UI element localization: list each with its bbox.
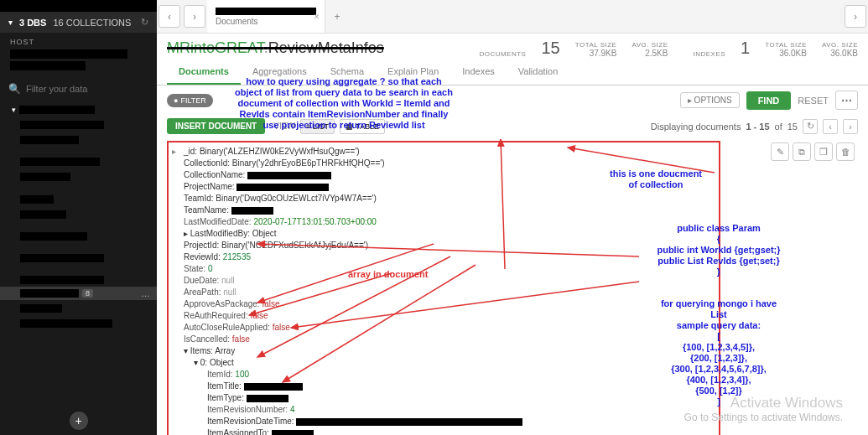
- nav-back-button[interactable]: ‹: [159, 5, 180, 28]
- nav-fwd-button[interactable]: ›: [184, 5, 205, 28]
- copy-icon[interactable]: ⧉: [793, 142, 811, 161]
- collection-item-selected[interactable]: 8: [0, 287, 157, 300]
- main: ‹ › Documents × + › MRintoGREAT.ReviewMe…: [157, 0, 868, 435]
- view-list-button[interactable]: ≡ LIST: [300, 119, 335, 134]
- sidebar-tree[interactable]: 8: [0, 98, 157, 435]
- sidebar-header[interactable]: ▾ 3 DBS 16 COLLECTIONS ↻: [0, 12, 157, 33]
- db-group[interactable]: [0, 101, 157, 117]
- close-icon[interactable]: ×: [314, 11, 320, 23]
- indexes-count: 1: [741, 39, 750, 58]
- collections-count: 16 COLLECTIONS: [53, 18, 131, 28]
- tab-bar: ‹ › Documents × + ›: [157, 0, 868, 34]
- db-count: 3 DBS: [19, 18, 46, 28]
- tab-documents[interactable]: Documents: [167, 60, 241, 85]
- sidebar: ▾ 3 DBS 16 COLLECTIONS ↻ HOST 🔍 8 +: [0, 0, 157, 435]
- collection-stats: DOCUMENTS 15 TOTAL SIZE37.9KB AVG. SIZE2…: [479, 39, 858, 58]
- workspace-tab[interactable]: Documents ×: [207, 0, 325, 33]
- insert-document-button[interactable]: INSERT DOCUMENT: [167, 118, 265, 134]
- edit-icon[interactable]: ✎: [771, 142, 789, 161]
- add-button[interactable]: +: [70, 412, 88, 430]
- breadcrumb[interactable]: MRintoGREAT.ReviewMetaInfos: [167, 39, 384, 57]
- next-page-button[interactable]: ›: [843, 119, 858, 134]
- collection-item[interactable]: [0, 272, 157, 287]
- refresh-icon[interactable]: ↻: [141, 17, 148, 28]
- collection-item[interactable]: [0, 228, 157, 243]
- collection-item[interactable]: [0, 168, 157, 184]
- refresh-icon[interactable]: ↻: [803, 119, 818, 134]
- tab-indexes[interactable]: Indexes: [450, 60, 507, 85]
- collection-item[interactable]: [0, 300, 157, 315]
- collection-item[interactable]: [0, 206, 157, 221]
- collection-item[interactable]: [0, 250, 157, 265]
- collection-item[interactable]: [0, 153, 157, 168]
- chevron-down-icon: ▾: [8, 18, 13, 27]
- collection-item[interactable]: [0, 132, 157, 147]
- reset-button[interactable]: RESET: [798, 96, 829, 106]
- document-pagination: Displaying documents 1 - 15 of 15 ↻ ‹ ›: [651, 119, 858, 134]
- tab-aggregations[interactable]: Aggregations: [241, 60, 319, 85]
- delete-icon[interactable]: 🗑: [836, 142, 855, 161]
- find-button[interactable]: FIND: [746, 91, 792, 110]
- nav-menu-button[interactable]: ›: [845, 5, 866, 28]
- host-label: HOST: [0, 33, 157, 48]
- search-icon: 🔍: [8, 83, 21, 95]
- tab-schema[interactable]: Schema: [319, 60, 376, 85]
- view-table-button[interactable]: ▦ TABLE: [340, 119, 385, 134]
- tab-validation[interactable]: Validation: [507, 60, 570, 85]
- document-card[interactable]: ▸ _id: Binary('ALZEHZIW0kE2VyWxfHsuQgw==…: [167, 141, 720, 435]
- collection-item[interactable]: [0, 117, 157, 132]
- sub-tabs: Documents Aggregations Schema Explain Pl…: [157, 60, 868, 85]
- filter-pill[interactable]: ● FILTER: [167, 94, 213, 107]
- new-tab-button[interactable]: +: [325, 0, 349, 33]
- tab-explain[interactable]: Explain Plan: [376, 60, 450, 85]
- collection-item[interactable]: [0, 315, 157, 330]
- sidebar-search-input[interactable]: [26, 84, 148, 94]
- collection-item[interactable]: [0, 190, 157, 205]
- clone-icon[interactable]: ❐: [814, 142, 833, 161]
- documents-count: 15: [541, 39, 559, 58]
- chevron-right-icon[interactable]: ▸: [172, 146, 176, 158]
- more-button[interactable]: ⋯: [835, 91, 858, 110]
- options-button[interactable]: ▸ OPTIONS: [680, 92, 740, 108]
- prev-page-button[interactable]: ‹: [823, 119, 838, 134]
